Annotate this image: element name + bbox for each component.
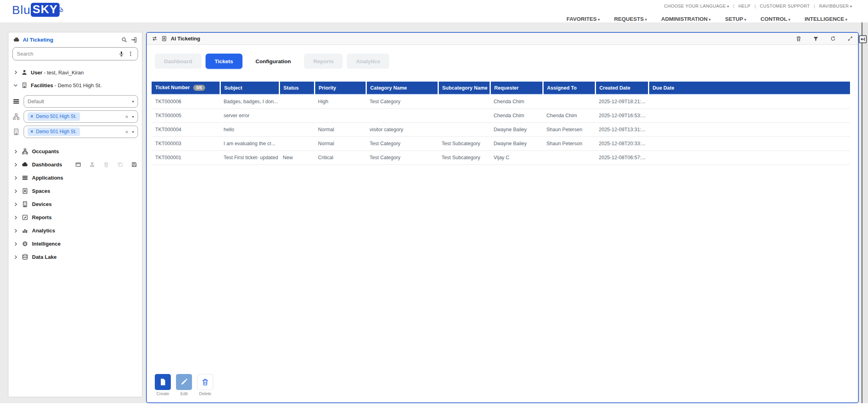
tab-analytics[interactable]: Analytics	[347, 54, 389, 69]
sidebar-item-devices[interactable]: Devices	[12, 198, 138, 211]
create-button[interactable]	[155, 374, 171, 390]
pencil-icon	[180, 378, 188, 386]
column-header-subject[interactable]: Subject	[220, 82, 279, 94]
dock-panel-button[interactable]	[859, 35, 867, 43]
sidebar-item-occupants[interactable]: Occupants	[12, 145, 138, 158]
column-header-requester[interactable]: Requester	[490, 82, 543, 94]
cell-subcategory	[438, 94, 490, 109]
delete-button[interactable]	[197, 374, 213, 390]
expand-icon[interactable]	[847, 36, 853, 42]
tab-tickets[interactable]: Tickets	[206, 54, 242, 69]
copy-icon[interactable]	[117, 162, 123, 168]
sidebar-title: AI Ticketing	[23, 37, 118, 43]
cell-due	[648, 109, 850, 123]
top-link-ravibbuser[interactable]: RAVIBBUSER▾	[819, 4, 852, 8]
column-header-due-date[interactable]: Due Date	[648, 82, 850, 94]
sidebar-item-user[interactable]: User - test, Ravi_Kiran	[12, 66, 138, 79]
search-input[interactable]	[17, 51, 115, 57]
save-icon[interactable]	[131, 162, 137, 168]
tab-configuration[interactable]: Configuration	[246, 54, 300, 69]
clear-selection-icon[interactable]: ×	[125, 114, 128, 120]
cell-priority	[314, 109, 366, 123]
column-header-assigned-to[interactable]: Assigned To	[543, 82, 595, 94]
edit-button[interactable]	[176, 374, 192, 390]
cell-status: New	[279, 151, 314, 165]
facility-multiselect-0[interactable]: × Demo 501 High St. × ▾	[24, 110, 138, 123]
selected-facility-chip[interactable]: × Demo 501 High St.	[28, 128, 80, 136]
default-select[interactable]: Default ▾	[24, 95, 138, 108]
cell-subject: Test First ticket- updated	[220, 151, 279, 165]
tree-item-label: Analytics	[32, 228, 55, 234]
trash-icon	[201, 378, 209, 386]
sidebar-item-dashboards[interactable]: Dashboards	[12, 158, 138, 171]
cell-category: Test Category	[366, 94, 438, 109]
nav-item-control[interactable]: CONTROL▾	[760, 16, 790, 22]
dashboards-icon	[22, 161, 28, 168]
sidebar-item-spaces[interactable]: Spaces	[12, 184, 138, 198]
right-dock-strip[interactable]	[862, 22, 868, 403]
ticket-row-TKT000001[interactable]: TKT000001Test First ticket- updatedNewCr…	[152, 151, 850, 165]
nav-item-intelligence[interactable]: INTELLIGENCE▾	[804, 16, 847, 22]
chevron-right-icon	[13, 176, 18, 180]
search-icon[interactable]	[121, 36, 128, 43]
column-header-ticket-number[interactable]: Ticket Number0/5	[152, 82, 220, 94]
column-header-category-name[interactable]: Category Name	[366, 82, 438, 94]
sidebar-item-applications[interactable]: Applications	[12, 171, 138, 184]
collapse-panel-icon[interactable]	[130, 36, 137, 43]
applications-icon	[22, 174, 28, 181]
column-header-status[interactable]: Status	[279, 82, 314, 94]
ticket-row-TKT000003[interactable]: TKT000003I am evaluating the cr... Norma…	[152, 137, 850, 151]
mic-icon[interactable]	[118, 51, 124, 57]
nav-item-favorites[interactable]: FAVORITES▾	[566, 16, 600, 22]
column-header-priority[interactable]: Priority	[314, 82, 366, 94]
sidebar-item-facilities[interactable]: Facilities - Demo 501 High St.	[12, 79, 138, 92]
selected-facility-chip[interactable]: × Demo 501 High St.	[28, 112, 80, 121]
layers-icon	[12, 98, 20, 105]
analytics-icon	[22, 227, 28, 234]
tab-dashboard[interactable]: Dashboard	[155, 54, 202, 69]
cloud-logo-icon	[57, 7, 64, 13]
facility-multiselect-1[interactable]: × Demo 501 High St. × ▾	[24, 126, 138, 138]
ai-ticketing-panel: AI Ticketing DashboardTicketsConfigurati…	[146, 32, 859, 403]
nav-item-requests[interactable]: REQUESTS▾	[614, 16, 647, 22]
ticket-row-TKT000004[interactable]: TKT000004hello Normalvisitor category Dw…	[152, 123, 850, 137]
sidebar-item-reports[interactable]: Reports	[12, 211, 138, 224]
caret-down-icon[interactable]: ▾	[132, 114, 134, 119]
cell-ticket: TKT000003	[152, 137, 220, 151]
chip-remove-icon[interactable]: ×	[30, 114, 33, 119]
more-options-icon[interactable]	[128, 51, 134, 57]
chip-label: Demo 501 High St.	[36, 114, 76, 119]
blusky-logo[interactable]: BluSKY	[12, 3, 64, 17]
spaces-icon	[22, 188, 28, 194]
sidebar-item-analytics[interactable]: Analytics	[12, 224, 138, 237]
action-edit: Edit	[176, 374, 192, 396]
nav-item-setup[interactable]: SETUP▾	[725, 16, 746, 22]
dock-arrow-icon	[860, 36, 866, 42]
top-link-customer-support[interactable]: CUSTOMER SUPPORT	[760, 4, 810, 8]
column-header-created-date[interactable]: Created Date	[595, 82, 648, 94]
ticket-row-TKT000005[interactable]: TKT000005server error Chenda ChimChenda …	[152, 109, 850, 123]
link-separator: |	[754, 4, 756, 8]
sidebar-item-data-lake[interactable]: Data Lake	[12, 250, 138, 264]
chevron-right-icon	[13, 70, 18, 75]
person-icon[interactable]	[89, 162, 95, 168]
action-create: Create	[155, 374, 171, 396]
filter-icon[interactable]	[813, 36, 819, 42]
tab-reports[interactable]: Reports	[304, 54, 343, 69]
cell-assigned: Shaun Petersen	[543, 123, 595, 137]
clear-selection-icon[interactable]: ×	[125, 129, 128, 135]
refresh-icon[interactable]	[830, 36, 836, 42]
sidebar-item-intelligence[interactable]: Intelligence	[12, 237, 138, 250]
top-link-help[interactable]: HELP	[738, 4, 750, 8]
ticket-row-TKT000006[interactable]: TKT000006Badges, badges, I don... HighTe…	[152, 94, 850, 109]
chip-remove-icon[interactable]: ×	[30, 129, 33, 134]
trash-icon[interactable]	[103, 162, 109, 168]
column-header-subcategory-name[interactable]: Subcategory Name	[438, 82, 490, 94]
trash-icon[interactable]	[796, 36, 802, 42]
swap-panel-icon[interactable]	[152, 36, 158, 42]
caret-down-icon[interactable]: ▾	[132, 130, 134, 134]
tree-item-label: Applications	[32, 175, 63, 181]
nav-item-administration[interactable]: ADMINISTRATION▾	[661, 16, 711, 22]
window-icon[interactable]	[75, 162, 81, 168]
top-link-choose-your-language[interactable]: CHOOSE YOUR LANGUAGE▾	[664, 4, 729, 8]
